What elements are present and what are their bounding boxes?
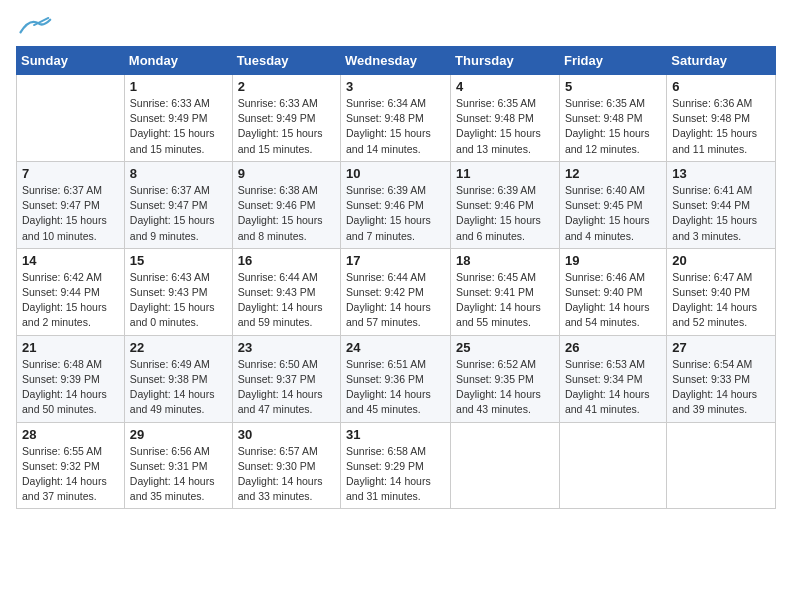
day-info: Sunrise: 6:56 AM Sunset: 9:31 PM Dayligh… [130,444,227,505]
calendar-header-row: SundayMondayTuesdayWednesdayThursdayFrid… [17,47,776,75]
day-info: Sunrise: 6:34 AM Sunset: 9:48 PM Dayligh… [346,96,445,157]
day-info: Sunrise: 6:50 AM Sunset: 9:37 PM Dayligh… [238,357,335,418]
day-number: 2 [238,79,335,94]
header-wednesday: Wednesday [341,47,451,75]
header-friday: Friday [559,47,666,75]
day-info: Sunrise: 6:39 AM Sunset: 9:46 PM Dayligh… [346,183,445,244]
calendar-cell: 24Sunrise: 6:51 AM Sunset: 9:36 PM Dayli… [341,335,451,422]
calendar-cell: 13Sunrise: 6:41 AM Sunset: 9:44 PM Dayli… [667,161,776,248]
calendar-cell: 20Sunrise: 6:47 AM Sunset: 9:40 PM Dayli… [667,248,776,335]
day-number: 9 [238,166,335,181]
day-info: Sunrise: 6:36 AM Sunset: 9:48 PM Dayligh… [672,96,770,157]
day-info: Sunrise: 6:39 AM Sunset: 9:46 PM Dayligh… [456,183,554,244]
calendar-cell [451,422,560,509]
day-number: 12 [565,166,661,181]
day-info: Sunrise: 6:35 AM Sunset: 9:48 PM Dayligh… [565,96,661,157]
calendar-cell: 4Sunrise: 6:35 AM Sunset: 9:48 PM Daylig… [451,75,560,162]
day-number: 24 [346,340,445,355]
day-info: Sunrise: 6:48 AM Sunset: 9:39 PM Dayligh… [22,357,119,418]
calendar-cell: 3Sunrise: 6:34 AM Sunset: 9:48 PM Daylig… [341,75,451,162]
day-info: Sunrise: 6:41 AM Sunset: 9:44 PM Dayligh… [672,183,770,244]
day-number: 21 [22,340,119,355]
day-number: 28 [22,427,119,442]
day-number: 8 [130,166,227,181]
calendar-cell: 7Sunrise: 6:37 AM Sunset: 9:47 PM Daylig… [17,161,125,248]
calendar-week-row: 1Sunrise: 6:33 AM Sunset: 9:49 PM Daylig… [17,75,776,162]
calendar-cell: 15Sunrise: 6:43 AM Sunset: 9:43 PM Dayli… [124,248,232,335]
calendar-week-row: 14Sunrise: 6:42 AM Sunset: 9:44 PM Dayli… [17,248,776,335]
day-number: 29 [130,427,227,442]
calendar-cell [559,422,666,509]
day-number: 23 [238,340,335,355]
day-info: Sunrise: 6:52 AM Sunset: 9:35 PM Dayligh… [456,357,554,418]
calendar-cell: 17Sunrise: 6:44 AM Sunset: 9:42 PM Dayli… [341,248,451,335]
day-number: 20 [672,253,770,268]
day-number: 6 [672,79,770,94]
calendar-cell: 19Sunrise: 6:46 AM Sunset: 9:40 PM Dayli… [559,248,666,335]
day-info: Sunrise: 6:57 AM Sunset: 9:30 PM Dayligh… [238,444,335,505]
page-header [16,16,776,36]
calendar-cell: 30Sunrise: 6:57 AM Sunset: 9:30 PM Dayli… [232,422,340,509]
calendar-cell: 29Sunrise: 6:56 AM Sunset: 9:31 PM Dayli… [124,422,232,509]
calendar-cell: 12Sunrise: 6:40 AM Sunset: 9:45 PM Dayli… [559,161,666,248]
header-monday: Monday [124,47,232,75]
calendar-cell: 1Sunrise: 6:33 AM Sunset: 9:49 PM Daylig… [124,75,232,162]
day-info: Sunrise: 6:37 AM Sunset: 9:47 PM Dayligh… [130,183,227,244]
calendar-cell: 26Sunrise: 6:53 AM Sunset: 9:34 PM Dayli… [559,335,666,422]
day-number: 26 [565,340,661,355]
calendar-table: SundayMondayTuesdayWednesdayThursdayFrid… [16,46,776,509]
day-info: Sunrise: 6:45 AM Sunset: 9:41 PM Dayligh… [456,270,554,331]
day-number: 19 [565,253,661,268]
day-info: Sunrise: 6:40 AM Sunset: 9:45 PM Dayligh… [565,183,661,244]
day-number: 5 [565,79,661,94]
calendar-cell [17,75,125,162]
header-tuesday: Tuesday [232,47,340,75]
day-info: Sunrise: 6:43 AM Sunset: 9:43 PM Dayligh… [130,270,227,331]
day-info: Sunrise: 6:58 AM Sunset: 9:29 PM Dayligh… [346,444,445,505]
day-info: Sunrise: 6:51 AM Sunset: 9:36 PM Dayligh… [346,357,445,418]
day-number: 4 [456,79,554,94]
day-number: 27 [672,340,770,355]
calendar-cell: 18Sunrise: 6:45 AM Sunset: 9:41 PM Dayli… [451,248,560,335]
day-info: Sunrise: 6:33 AM Sunset: 9:49 PM Dayligh… [238,96,335,157]
calendar-cell: 2Sunrise: 6:33 AM Sunset: 9:49 PM Daylig… [232,75,340,162]
calendar-cell: 14Sunrise: 6:42 AM Sunset: 9:44 PM Dayli… [17,248,125,335]
calendar-cell: 16Sunrise: 6:44 AM Sunset: 9:43 PM Dayli… [232,248,340,335]
day-info: Sunrise: 6:42 AM Sunset: 9:44 PM Dayligh… [22,270,119,331]
header-thursday: Thursday [451,47,560,75]
day-info: Sunrise: 6:44 AM Sunset: 9:42 PM Dayligh… [346,270,445,331]
calendar-cell: 10Sunrise: 6:39 AM Sunset: 9:46 PM Dayli… [341,161,451,248]
day-number: 30 [238,427,335,442]
calendar-cell: 9Sunrise: 6:38 AM Sunset: 9:46 PM Daylig… [232,161,340,248]
calendar-cell: 31Sunrise: 6:58 AM Sunset: 9:29 PM Dayli… [341,422,451,509]
logo [16,16,56,36]
day-info: Sunrise: 6:44 AM Sunset: 9:43 PM Dayligh… [238,270,335,331]
calendar-cell [667,422,776,509]
day-number: 1 [130,79,227,94]
day-info: Sunrise: 6:55 AM Sunset: 9:32 PM Dayligh… [22,444,119,505]
day-number: 31 [346,427,445,442]
day-number: 16 [238,253,335,268]
calendar-cell: 23Sunrise: 6:50 AM Sunset: 9:37 PM Dayli… [232,335,340,422]
calendar-week-row: 21Sunrise: 6:48 AM Sunset: 9:39 PM Dayli… [17,335,776,422]
day-number: 11 [456,166,554,181]
day-number: 17 [346,253,445,268]
day-number: 15 [130,253,227,268]
day-number: 18 [456,253,554,268]
calendar-cell: 5Sunrise: 6:35 AM Sunset: 9:48 PM Daylig… [559,75,666,162]
day-number: 25 [456,340,554,355]
day-number: 13 [672,166,770,181]
calendar-week-row: 28Sunrise: 6:55 AM Sunset: 9:32 PM Dayli… [17,422,776,509]
header-saturday: Saturday [667,47,776,75]
day-info: Sunrise: 6:35 AM Sunset: 9:48 PM Dayligh… [456,96,554,157]
day-info: Sunrise: 6:38 AM Sunset: 9:46 PM Dayligh… [238,183,335,244]
day-number: 14 [22,253,119,268]
header-sunday: Sunday [17,47,125,75]
calendar-cell: 27Sunrise: 6:54 AM Sunset: 9:33 PM Dayli… [667,335,776,422]
calendar-cell: 28Sunrise: 6:55 AM Sunset: 9:32 PM Dayli… [17,422,125,509]
day-info: Sunrise: 6:46 AM Sunset: 9:40 PM Dayligh… [565,270,661,331]
calendar-cell: 25Sunrise: 6:52 AM Sunset: 9:35 PM Dayli… [451,335,560,422]
day-info: Sunrise: 6:53 AM Sunset: 9:34 PM Dayligh… [565,357,661,418]
day-number: 22 [130,340,227,355]
day-info: Sunrise: 6:49 AM Sunset: 9:38 PM Dayligh… [130,357,227,418]
